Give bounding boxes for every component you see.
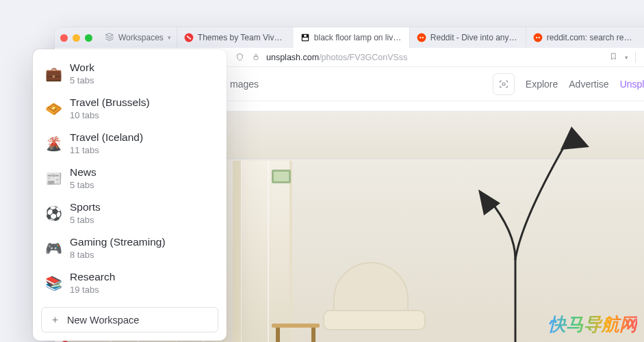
tab[interactable]: black floor lamp on living r — [293, 27, 409, 48]
workspace-tab-count: 11 tabs — [70, 145, 143, 155]
workspace-item[interactable]: ⚽Sports5 tabs — [33, 196, 227, 231]
page-search-fragment: mages — [230, 79, 259, 90]
workspace-name: Work — [70, 62, 94, 74]
svg-rect-2 — [304, 35, 307, 37]
workspaces-label: Workspaces — [118, 33, 164, 42]
workspaces-icon — [105, 32, 114, 44]
new-workspace-button[interactable]: ＋ New Workspace — [41, 307, 218, 332]
workspace-name: Research — [70, 271, 115, 283]
vivaldi-favicon-icon — [184, 33, 194, 42]
url-display[interactable]: unsplash.com/photos/FV3GConVSss — [266, 53, 407, 62]
workspace-name: Sports — [70, 201, 101, 213]
workspace-tab-count: 5 tabs — [70, 180, 96, 190]
svg-rect-3 — [302, 38, 308, 40]
workspace-tab-count: 5 tabs — [70, 215, 101, 225]
tab-title: black floor lamp on living r — [314, 33, 402, 42]
workspace-item[interactable]: 🎮Gaming (Streaming)8 tabs — [33, 231, 227, 265]
window-controls — [60, 34, 92, 42]
window-close-button[interactable] — [60, 34, 68, 42]
workspace-item[interactable]: 🌋Travel (Iceland)11 tabs — [33, 126, 227, 161]
svg-point-7 — [533, 34, 542, 42]
workspace-name: Travel (Brussels) — [70, 96, 150, 109]
workspaces-button[interactable]: Workspaces ▾ — [99, 29, 177, 47]
workspace-name: News — [70, 166, 96, 179]
reddit-favicon-icon — [417, 33, 426, 42]
svg-point-9 — [538, 37, 539, 38]
workspace-item[interactable]: 🧇Travel (Brussels)10 tabs — [33, 91, 227, 126]
lock-icon[interactable] — [251, 53, 261, 62]
workspaces-popover: 💼Work5 tabs🧇Travel (Brussels)10 tabs🌋Tra… — [33, 49, 227, 341]
workspace-icon: 💼 — [45, 66, 60, 81]
workspace-tab-count: 10 tabs — [70, 110, 150, 120]
workspace-tab-count: 19 tabs — [70, 285, 115, 295]
tab[interactable]: Reddit - Dive into anything — [409, 27, 526, 48]
svg-point-5 — [420, 37, 421, 38]
tab-title: reddit.com: search results — [547, 33, 635, 42]
nav-advertise[interactable]: Advertise — [569, 79, 608, 90]
tab-title: Themes by Team Vivaldi — [198, 33, 286, 42]
tab-title: Reddit - Dive into anything — [430, 33, 519, 42]
url-host: unsplash.com — [266, 53, 319, 62]
new-workspace-label: New Workspace — [67, 315, 139, 326]
tab[interactable]: Themes by Team Vivaldi — [177, 27, 293, 48]
window-maximize-button[interactable] — [85, 34, 92, 42]
workspace-icon: 🧇 — [45, 101, 60, 116]
visual-search-button[interactable] — [493, 73, 515, 95]
svg-rect-10 — [254, 57, 258, 60]
workspace-icon: 📚 — [45, 276, 60, 291]
workspace-name: Gaming (Streaming) — [70, 236, 166, 248]
nav-explore[interactable]: Explore — [526, 79, 558, 90]
workspace-icon: ⚽ — [45, 206, 60, 221]
chevron-down-icon[interactable]: ▾ — [625, 54, 628, 61]
svg-point-8 — [536, 37, 537, 38]
workspace-item[interactable]: 💼Work5 tabs — [33, 56, 227, 91]
workspace-icon: 📰 — [45, 171, 60, 186]
divider — [635, 52, 636, 63]
shield-icon[interactable] — [235, 53, 244, 62]
workspace-item[interactable]: 📚Research19 tabs — [33, 265, 227, 300]
bookmark-icon[interactable] — [609, 52, 618, 63]
window-minimize-button[interactable] — [73, 34, 80, 42]
workspace-icon: 🌋 — [45, 136, 60, 151]
tab-strip: Workspaces ▾ Themes by Team Vivaldiblack… — [55, 27, 644, 48]
unsplash-favicon-icon — [300, 33, 310, 42]
exit-sign-graphic — [272, 170, 291, 183]
workspace-icon: 🎮 — [45, 241, 60, 256]
svg-point-4 — [417, 34, 426, 42]
reddit-favicon-icon — [533, 33, 543, 42]
url-path: /photos/FV3GConVSss — [319, 53, 407, 62]
tab[interactable]: reddit.com: search results — [526, 27, 642, 48]
svg-point-6 — [422, 37, 423, 38]
plus-icon: ＋ — [50, 313, 60, 326]
workspace-item[interactable]: 📰News5 tabs — [33, 161, 227, 196]
chevron-down-icon: ▾ — [168, 34, 171, 41]
workspace-tab-count: 5 tabs — [70, 75, 94, 86]
workspace-name: Travel (Iceland) — [70, 131, 143, 144]
nav-unsplash-plus[interactable]: Unsplash — [620, 79, 644, 90]
svg-point-12 — [502, 83, 505, 86]
workspace-tab-count: 8 tabs — [70, 250, 166, 260]
address-security-icons — [235, 53, 261, 62]
